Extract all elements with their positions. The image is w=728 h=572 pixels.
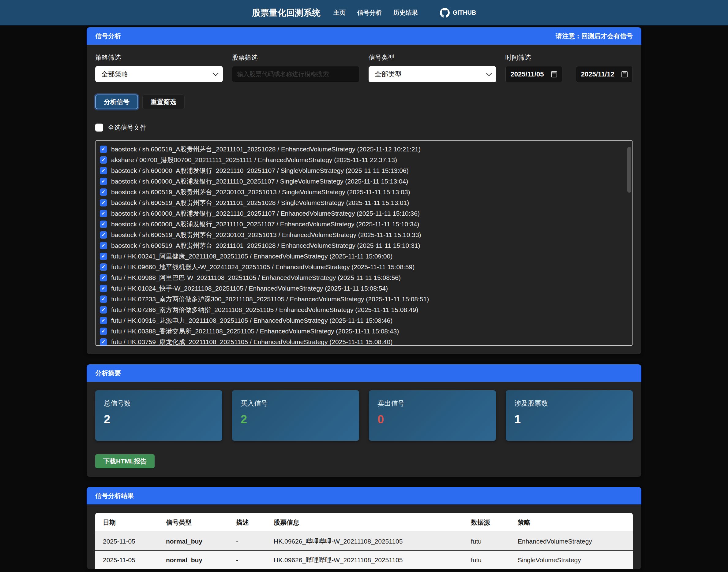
select-all-label: 全选信号文件 bbox=[108, 123, 146, 132]
table-cell: futu bbox=[463, 551, 510, 569]
checkbox-checked-icon[interactable] bbox=[100, 274, 107, 281]
table-cell: futu bbox=[463, 532, 510, 551]
scrollbar-track[interactable] bbox=[627, 143, 631, 344]
signal-file-item[interactable]: baostock / sh.600519_A股贵州茅台_20211101_202… bbox=[96, 197, 632, 208]
navbar: 股票量化回测系统 主页 信号分析 历史结果 GITHUB bbox=[0, 0, 728, 25]
checkbox-checked-icon[interactable] bbox=[100, 253, 107, 260]
checkbox-checked-icon[interactable] bbox=[100, 199, 107, 207]
github-link[interactable]: GITHUB bbox=[440, 8, 476, 18]
checkbox-checked-icon[interactable] bbox=[100, 306, 107, 313]
checkbox-checked-icon[interactable] bbox=[100, 189, 107, 196]
signal-file-item[interactable]: baostock / sh.600519_A股贵州茅台_20211101_202… bbox=[96, 240, 632, 251]
strategy-filter-group: 策略筛选 全部策略 bbox=[95, 53, 223, 82]
signal-file-label: futu / HK.09660_地平线机器人-W_20241024_202511… bbox=[111, 263, 415, 271]
signal-file-label: futu / HK.00916_龙源电力_20211108_20251105 /… bbox=[111, 316, 392, 325]
signal-file-item[interactable]: futu / HK.00388_香港交易所_20211108_20251105 … bbox=[96, 326, 632, 337]
table-cell: 2025-11-05 bbox=[95, 532, 158, 551]
stock-search-input[interactable] bbox=[232, 66, 360, 82]
table-cell: HK.09626_哔哩哔哩-W_20211108_20251105 bbox=[266, 532, 463, 551]
scrollbar-thumb[interactable] bbox=[627, 147, 631, 193]
signal-file-list-box[interactable]: baostock / sh.600519_A股贵州茅台_20211101_202… bbox=[95, 140, 633, 346]
checkbox-checked-icon[interactable] bbox=[100, 338, 107, 346]
nav-home[interactable]: 主页 bbox=[333, 9, 346, 17]
results-panel: 信号分析结果 日期信号类型描述股票信息数据源策略 2025-11-05norma… bbox=[86, 487, 642, 569]
time-filter-label: 时间筛选 bbox=[505, 53, 633, 62]
select-all-checkbox[interactable] bbox=[95, 124, 103, 132]
signal-file-item[interactable]: baostock / sh.600000_A股浦发银行_20221110_202… bbox=[96, 208, 632, 219]
signal-type-select[interactable]: 全部类型 bbox=[369, 66, 496, 82]
checkbox-checked-icon[interactable] bbox=[100, 210, 107, 217]
table-cell: EnhancedVolumeStrategy bbox=[510, 532, 633, 551]
signal-file-item[interactable]: baostock / sh.600519_A股贵州茅台_20230103_202… bbox=[96, 229, 632, 240]
signal-file-label: akshare / 00700_港股00700_20211111_2025111… bbox=[111, 156, 397, 164]
table-header-row: 日期信号类型描述股票信息数据源策略 bbox=[95, 513, 633, 532]
signal-panel-body: 策略筛选 全部策略 股票筛选 信号类型 全部类型 bbox=[86, 45, 642, 354]
checkbox-checked-icon[interactable] bbox=[100, 263, 107, 271]
nav-signal-analysis[interactable]: 信号分析 bbox=[357, 9, 382, 17]
table-cell: - bbox=[228, 551, 266, 569]
signal-file-item[interactable]: futu / HK.00916_龙源电力_20211108_20251105 /… bbox=[96, 315, 632, 326]
checkbox-checked-icon[interactable] bbox=[100, 146, 107, 153]
checkbox-checked-icon[interactable] bbox=[100, 221, 107, 228]
results-table: 日期信号类型描述股票信息数据源策略 2025-11-05normal_buy-H… bbox=[95, 513, 633, 569]
table-cell: normal_buy bbox=[158, 532, 228, 551]
signal-panel-header: 信号分析 请注意：回测后才会有信号 bbox=[86, 27, 642, 45]
column-header: 股票信息 bbox=[266, 513, 463, 532]
checkbox-checked-icon[interactable] bbox=[100, 295, 107, 303]
signal-type-select-value: 全部类型 bbox=[375, 70, 402, 79]
checkbox-checked-icon[interactable] bbox=[100, 328, 107, 335]
signal-file-item[interactable]: akshare / 00700_港股00700_20211111_2025111… bbox=[96, 154, 632, 165]
signal-file-item[interactable]: baostock / sh.600000_A股浦发银行_20211110_202… bbox=[96, 176, 632, 187]
checkbox-checked-icon[interactable] bbox=[100, 317, 107, 324]
signal-analysis-panel: 信号分析 请注意：回测后才会有信号 策略筛选 全部策略 股票筛选 信号类型 bbox=[86, 27, 642, 354]
signal-file-label: baostock / sh.600000_A股浦发银行_20221110_202… bbox=[111, 166, 409, 175]
stat-label: 涉及股票数 bbox=[514, 399, 624, 408]
signal-file-item[interactable]: futu / HK.01024_快手-W_20211108_20251105 /… bbox=[96, 283, 632, 294]
signal-file-label: futu / HK.00241_阿里健康_20211108_20251105 /… bbox=[111, 252, 392, 261]
checkbox-checked-icon[interactable] bbox=[100, 231, 107, 238]
signal-file-item[interactable]: baostock / sh.600000_A股浦发银行_20211110_202… bbox=[96, 219, 632, 229]
table-cell: - bbox=[228, 532, 266, 551]
stat-value: 2 bbox=[241, 413, 351, 426]
checkbox-checked-icon[interactable] bbox=[100, 178, 107, 185]
column-header: 信号类型 bbox=[158, 513, 228, 532]
date-from-input[interactable]: 2025/11/05 bbox=[505, 66, 562, 82]
analyze-signals-button[interactable]: 分析信号 bbox=[95, 94, 138, 109]
stat-label: 卖出信号 bbox=[377, 399, 487, 408]
signal-file-label: futu / HK.01024_快手-W_20211108_20251105 /… bbox=[111, 284, 388, 293]
signal-file-item[interactable]: futu / HK.07266_南方两倍做多纳指_20211108_202511… bbox=[96, 304, 632, 315]
reset-filters-button[interactable]: 重置筛选 bbox=[142, 94, 185, 109]
stock-filter-label: 股票筛选 bbox=[232, 53, 360, 62]
strategy-select[interactable]: 全部策略 bbox=[95, 66, 223, 82]
calendar-icon[interactable] bbox=[621, 71, 627, 77]
download-html-report-button[interactable]: 下载HTML报告 bbox=[95, 454, 155, 468]
type-filter-group: 信号类型 全部类型 bbox=[369, 53, 496, 82]
signal-file-item[interactable]: futu / HK.00241_阿里健康_20211108_20251105 /… bbox=[96, 251, 632, 262]
strategy-filter-label: 策略筛选 bbox=[95, 53, 223, 62]
stat-card-sell-signals: 卖出信号 0 bbox=[369, 390, 496, 441]
checkbox-checked-icon[interactable] bbox=[100, 167, 107, 174]
signal-file-item[interactable]: futu / HK.03759_康龙化成_20211108_20251105 /… bbox=[96, 337, 632, 346]
signal-file-item[interactable]: baostock / sh.600000_A股浦发银行_20221110_202… bbox=[96, 165, 632, 176]
checkbox-checked-icon[interactable] bbox=[100, 285, 107, 292]
table-cell: 2025-11-05 bbox=[95, 551, 158, 569]
signal-file-label: baostock / sh.600519_A股贵州茅台_20230103_202… bbox=[111, 188, 410, 196]
date-to-input[interactable]: 2025/11/12 bbox=[576, 66, 633, 82]
signal-file-label: baostock / sh.600519_A股贵州茅台_20211101_202… bbox=[111, 241, 420, 250]
checkbox-checked-icon[interactable] bbox=[100, 242, 107, 249]
type-filter-label: 信号类型 bbox=[369, 53, 496, 62]
calendar-icon[interactable] bbox=[551, 71, 557, 77]
signal-file-label: futu / HK.07233_南方两倍做多沪深300_20211108_202… bbox=[111, 295, 429, 303]
stat-value: 1 bbox=[514, 413, 624, 426]
app-title[interactable]: 股票量化回测系统 bbox=[252, 7, 320, 19]
signal-file-item[interactable]: futu / HK.09988_阿里巴巴-W_20211108_20251105… bbox=[96, 272, 632, 283]
summary-panel: 分析摘要 总信号数 2 买入信号 2 卖出信号 0 涉及股票数 1 bbox=[86, 364, 642, 477]
table-row: 2025-11-05normal_buy-HK.09626_哔哩哔哩-W_202… bbox=[95, 551, 633, 569]
signal-file-item[interactable]: futu / HK.07233_南方两倍做多沪深300_20211108_202… bbox=[96, 294, 632, 304]
stat-value: 2 bbox=[104, 413, 214, 426]
signal-file-item[interactable]: futu / HK.09660_地平线机器人-W_20241024_202511… bbox=[96, 262, 632, 272]
nav-history-results[interactable]: 历史结果 bbox=[393, 9, 418, 17]
checkbox-checked-icon[interactable] bbox=[100, 156, 107, 164]
signal-file-item[interactable]: baostock / sh.600519_A股贵州茅台_20230103_202… bbox=[96, 187, 632, 197]
signal-file-item[interactable]: baostock / sh.600519_A股贵州茅台_20211101_202… bbox=[96, 144, 632, 154]
